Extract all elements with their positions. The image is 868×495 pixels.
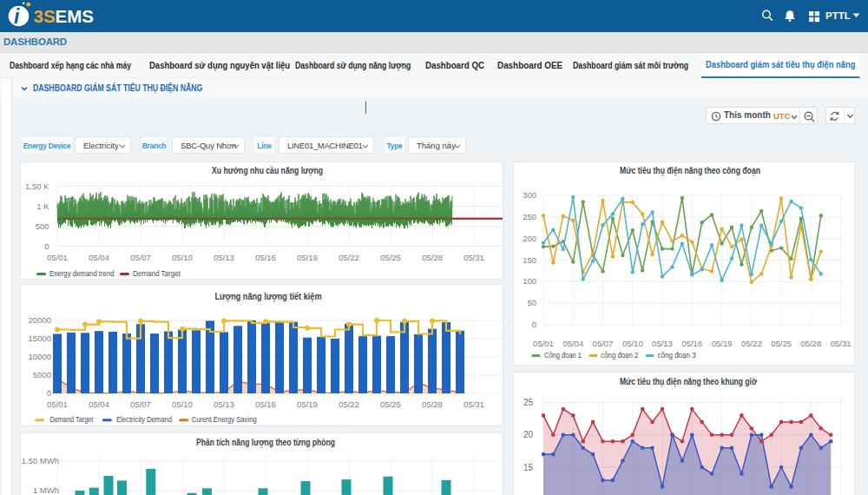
svg-text:1.50 MWh: 1.50 MWh	[22, 456, 59, 465]
svg-text:250: 250	[523, 212, 536, 221]
svg-text:20000: 20000	[29, 315, 51, 325]
svg-text:PTTL: PTTL	[825, 10, 851, 21]
svg-text:05/07: 05/07	[130, 399, 151, 409]
svg-text:05/07: 05/07	[130, 253, 151, 262]
svg-text:500: 500	[36, 221, 49, 231]
svg-text:05/16: 05/16	[255, 399, 276, 409]
svg-text:Lượng năng lượng tiết kiệm: Lượng năng lượng tiết kiệm	[215, 292, 322, 302]
svg-text:0: 0	[47, 388, 51, 398]
svg-text:200: 200	[523, 234, 536, 243]
svg-text:05/22: 05/22	[339, 399, 359, 409]
svg-text:05/19: 05/19	[297, 253, 318, 262]
svg-text:05/25: 05/25	[380, 399, 401, 409]
svg-text:Demand Target: Demand Target	[49, 414, 93, 424]
svg-text:05/13: 05/13	[214, 253, 234, 262]
svg-text:05/16: 05/16	[255, 253, 276, 262]
svg-text:Phân tích năng lượng theo từng: Phân tích năng lượng theo từng phòng	[196, 438, 335, 448]
svg-text:Energy demand trend: Energy demand trend	[49, 268, 115, 278]
svg-text:05/13: 05/13	[214, 399, 234, 409]
svg-text:300: 300	[523, 190, 536, 200]
svg-text:05/10: 05/10	[622, 339, 643, 348]
svg-text:15: 15	[523, 463, 534, 472]
svg-text:05/28: 05/28	[800, 339, 821, 348]
svg-text:05/25: 05/25	[380, 253, 401, 262]
svg-text:1 K: 1 K	[36, 201, 49, 211]
svg-text:05/16: 05/16	[681, 339, 702, 348]
svg-text:1 MWh: 1 MWh	[33, 485, 59, 495]
svg-text:Curent Energy Saving: Curent Energy Saving	[192, 414, 257, 424]
svg-text:Xu hướng nhu cầu năng lượng: Xu hướng nhu cầu năng lượng	[212, 166, 323, 176]
svg-text:05/28: 05/28	[422, 253, 443, 262]
svg-text:05/25: 05/25	[771, 339, 792, 348]
svg-text:05/31: 05/31	[831, 339, 852, 348]
svg-text:15000: 15000	[29, 333, 51, 343]
svg-text:05/01: 05/01	[47, 253, 68, 262]
svg-text:0: 0	[44, 241, 49, 251]
svg-text:Demand Target: Demand Target	[133, 268, 181, 278]
svg-text:05/01: 05/01	[47, 399, 68, 409]
svg-text:Mức tiêu thụ điện năng theo kh: Mức tiêu thụ điện năng theo khung giờ	[620, 377, 758, 387]
svg-text:05/10: 05/10	[172, 399, 193, 409]
svg-text:05/04: 05/04	[562, 339, 583, 348]
svg-text:150: 150	[523, 255, 536, 265]
svg-text:05/19: 05/19	[712, 339, 733, 348]
svg-text:10000: 10000	[29, 352, 51, 361]
svg-text:05/22: 05/22	[339, 253, 359, 262]
svg-text:05/07: 05/07	[593, 339, 614, 348]
svg-text:5000: 5000	[33, 370, 51, 380]
svg-text:Electricity Demand: Electricity Demand	[116, 414, 172, 424]
svg-text:3SEMS: 3SEMS	[34, 6, 95, 26]
svg-text:20: 20	[523, 430, 534, 439]
svg-text:05/04: 05/04	[89, 399, 109, 409]
svg-text:05/22: 05/22	[741, 339, 762, 348]
svg-text:50: 50	[527, 298, 536, 307]
svg-text:05/28: 05/28	[422, 399, 443, 409]
svg-text:i: i	[14, 5, 20, 28]
svg-text:công đoạn 2: công đoạn 2	[601, 350, 638, 360]
svg-text:công đoạn 3: công đoạn 3	[658, 350, 696, 360]
svg-text:05/31: 05/31	[464, 399, 484, 409]
svg-text:0: 0	[532, 320, 536, 329]
svg-text:05/19: 05/19	[297, 399, 318, 409]
svg-text:05/13: 05/13	[652, 339, 673, 348]
svg-text:Công đoạn 1: Công đoạn 1	[544, 350, 582, 360]
svg-text:05/31: 05/31	[464, 253, 484, 262]
svg-text:1.50 K: 1.50 K	[25, 182, 49, 191]
svg-text:100: 100	[523, 276, 536, 286]
svg-text:05/04: 05/04	[89, 253, 109, 262]
svg-text:25: 25	[523, 398, 534, 407]
svg-text:05/01: 05/01	[533, 339, 554, 348]
svg-text:Mức tiêu thụ điện năng theo cô: Mức tiêu thụ điện năng theo công đoạn	[620, 166, 760, 176]
svg-text:05/10: 05/10	[172, 253, 193, 262]
